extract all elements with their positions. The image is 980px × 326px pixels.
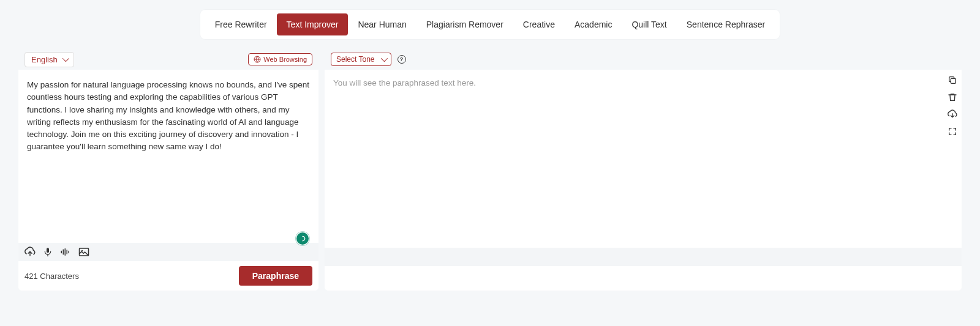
tab-quill-text[interactable]: Quill Text: [622, 13, 676, 35]
tab-free-rewriter[interactable]: Free Rewriter: [205, 13, 277, 35]
recording-indicator: [296, 232, 309, 245]
help-icon[interactable]: ?: [398, 55, 406, 64]
web-browsing-button[interactable]: Web Browsing: [248, 53, 312, 65]
paraphrase-button[interactable]: Paraphrase: [239, 266, 312, 286]
tab-near-human[interactable]: Near Human: [348, 13, 416, 35]
tone-select[interactable]: Select Tone: [331, 53, 391, 66]
output-panel-header: Select Tone ?: [325, 49, 962, 70]
input-toolbar: [18, 243, 318, 261]
panels: English Web Browsing My passion for natu…: [18, 49, 962, 291]
tone-select-label: Select Tone: [336, 55, 375, 64]
output-area: You will see the paraphrased text here.: [325, 70, 962, 248]
app-container: Free Rewriter Text Improver Near Human P…: [18, 10, 962, 291]
image-icon[interactable]: [78, 247, 89, 257]
tab-plagiarism-remover[interactable]: Plagiarism Remover: [417, 13, 513, 35]
globe-icon: [254, 56, 261, 63]
download-icon[interactable]: [947, 109, 958, 120]
output-footer-spacer: [325, 266, 962, 291]
language-select[interactable]: English: [24, 52, 74, 67]
delete-icon[interactable]: [947, 92, 958, 103]
copy-icon[interactable]: [947, 75, 958, 86]
chevron-down-icon: [380, 55, 387, 62]
language-select-label: English: [31, 55, 58, 64]
input-textarea[interactable]: My passion for natural language processi…: [18, 70, 318, 243]
svg-rect-3: [47, 248, 49, 253]
character-count: 421 Characters: [24, 272, 79, 281]
tab-academic[interactable]: Academic: [565, 13, 622, 35]
fullscreen-icon[interactable]: [947, 126, 958, 137]
tab-sentence-rephraser[interactable]: Sentence Rephraser: [677, 13, 775, 35]
tab-text-improver[interactable]: Text Improver: [277, 13, 349, 35]
output-side-toolbar: [947, 75, 958, 137]
microphone-icon[interactable]: [43, 247, 53, 257]
upload-icon[interactable]: [24, 246, 36, 257]
svg-rect-11: [951, 78, 956, 83]
output-toolbar-spacer: [325, 248, 962, 266]
input-panel: English Web Browsing My passion for natu…: [18, 49, 318, 291]
audio-wave-icon[interactable]: [60, 247, 71, 257]
web-browsing-label: Web Browsing: [263, 56, 307, 63]
mode-tabs: Free Rewriter Text Improver Near Human P…: [200, 10, 780, 39]
input-footer: 421 Characters Paraphrase: [18, 261, 318, 291]
input-panel-header: English Web Browsing: [18, 49, 318, 70]
output-panel: Select Tone ? You will see the paraphras…: [325, 49, 962, 291]
chevron-down-icon: [62, 55, 69, 62]
tab-creative[interactable]: Creative: [513, 13, 565, 35]
svg-point-10: [81, 250, 83, 251]
